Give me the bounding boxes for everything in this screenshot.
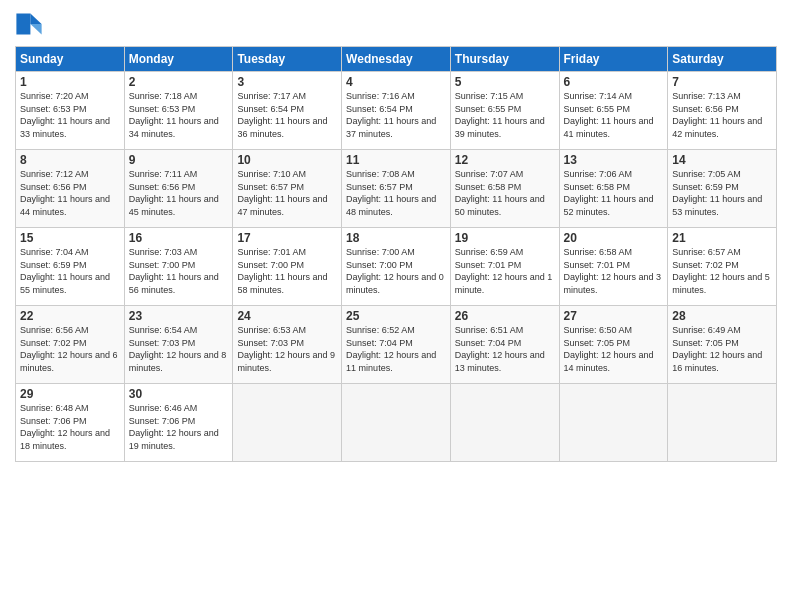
calendar-cell: 24 Sunrise: 6:53 AM Sunset: 7:03 PM Dayl… — [233, 306, 342, 384]
calendar-cell: 6 Sunrise: 7:14 AM Sunset: 6:55 PM Dayli… — [559, 72, 668, 150]
day-number: 3 — [237, 75, 337, 89]
calendar-cell: 11 Sunrise: 7:08 AM Sunset: 6:57 PM Dayl… — [342, 150, 451, 228]
calendar-cell: 9 Sunrise: 7:11 AM Sunset: 6:56 PM Dayli… — [124, 150, 233, 228]
calendar-cell: 5 Sunrise: 7:15 AM Sunset: 6:55 PM Dayli… — [450, 72, 559, 150]
day-info: Sunrise: 7:01 AM Sunset: 7:00 PM Dayligh… — [237, 246, 337, 296]
calendar-week-3: 15 Sunrise: 7:04 AM Sunset: 6:59 PM Dayl… — [16, 228, 777, 306]
day-number: 11 — [346, 153, 446, 167]
day-info: Sunrise: 7:11 AM Sunset: 6:56 PM Dayligh… — [129, 168, 229, 218]
day-info: Sunrise: 7:16 AM Sunset: 6:54 PM Dayligh… — [346, 90, 446, 140]
day-number: 25 — [346, 309, 446, 323]
day-number: 9 — [129, 153, 229, 167]
day-number: 2 — [129, 75, 229, 89]
weekday-header-thursday: Thursday — [450, 47, 559, 72]
calendar-cell: 13 Sunrise: 7:06 AM Sunset: 6:58 PM Dayl… — [559, 150, 668, 228]
calendar-cell: 3 Sunrise: 7:17 AM Sunset: 6:54 PM Dayli… — [233, 72, 342, 150]
logo-icon — [15, 10, 43, 38]
day-number: 27 — [564, 309, 664, 323]
calendar-cell: 8 Sunrise: 7:12 AM Sunset: 6:56 PM Dayli… — [16, 150, 125, 228]
svg-marker-1 — [30, 24, 41, 35]
day-number: 10 — [237, 153, 337, 167]
day-info: Sunrise: 7:08 AM Sunset: 6:57 PM Dayligh… — [346, 168, 446, 218]
day-number: 18 — [346, 231, 446, 245]
day-number: 7 — [672, 75, 772, 89]
day-info: Sunrise: 7:04 AM Sunset: 6:59 PM Dayligh… — [20, 246, 120, 296]
day-info: Sunrise: 6:52 AM Sunset: 7:04 PM Dayligh… — [346, 324, 446, 374]
day-number: 21 — [672, 231, 772, 245]
logo — [15, 10, 47, 38]
calendar-cell — [233, 384, 342, 462]
calendar-cell — [450, 384, 559, 462]
day-number: 29 — [20, 387, 120, 401]
day-info: Sunrise: 6:57 AM Sunset: 7:02 PM Dayligh… — [672, 246, 772, 296]
day-info: Sunrise: 6:59 AM Sunset: 7:01 PM Dayligh… — [455, 246, 555, 296]
calendar-cell: 7 Sunrise: 7:13 AM Sunset: 6:56 PM Dayli… — [668, 72, 777, 150]
day-number: 24 — [237, 309, 337, 323]
calendar-cell: 22 Sunrise: 6:56 AM Sunset: 7:02 PM Dayl… — [16, 306, 125, 384]
day-info: Sunrise: 6:48 AM Sunset: 7:06 PM Dayligh… — [20, 402, 120, 452]
calendar-cell: 29 Sunrise: 6:48 AM Sunset: 7:06 PM Dayl… — [16, 384, 125, 462]
calendar-cell: 28 Sunrise: 6:49 AM Sunset: 7:05 PM Dayl… — [668, 306, 777, 384]
day-info: Sunrise: 6:58 AM Sunset: 7:01 PM Dayligh… — [564, 246, 664, 296]
day-number: 14 — [672, 153, 772, 167]
day-number: 4 — [346, 75, 446, 89]
day-number: 8 — [20, 153, 120, 167]
day-info: Sunrise: 6:49 AM Sunset: 7:05 PM Dayligh… — [672, 324, 772, 374]
calendar-cell: 27 Sunrise: 6:50 AM Sunset: 7:05 PM Dayl… — [559, 306, 668, 384]
day-number: 12 — [455, 153, 555, 167]
day-number: 23 — [129, 309, 229, 323]
calendar-table: SundayMondayTuesdayWednesdayThursdayFrid… — [15, 46, 777, 462]
calendar-cell: 18 Sunrise: 7:00 AM Sunset: 7:00 PM Dayl… — [342, 228, 451, 306]
calendar-week-2: 8 Sunrise: 7:12 AM Sunset: 6:56 PM Dayli… — [16, 150, 777, 228]
day-info: Sunrise: 7:06 AM Sunset: 6:58 PM Dayligh… — [564, 168, 664, 218]
day-number: 19 — [455, 231, 555, 245]
calendar-cell — [668, 384, 777, 462]
calendar-cell: 16 Sunrise: 7:03 AM Sunset: 7:00 PM Dayl… — [124, 228, 233, 306]
day-info: Sunrise: 7:18 AM Sunset: 6:53 PM Dayligh… — [129, 90, 229, 140]
calendar-cell: 10 Sunrise: 7:10 AM Sunset: 6:57 PM Dayl… — [233, 150, 342, 228]
day-number: 6 — [564, 75, 664, 89]
day-info: Sunrise: 6:54 AM Sunset: 7:03 PM Dayligh… — [129, 324, 229, 374]
calendar-cell: 2 Sunrise: 7:18 AM Sunset: 6:53 PM Dayli… — [124, 72, 233, 150]
calendar-cell — [342, 384, 451, 462]
day-info: Sunrise: 7:00 AM Sunset: 7:00 PM Dayligh… — [346, 246, 446, 296]
day-info: Sunrise: 7:07 AM Sunset: 6:58 PM Dayligh… — [455, 168, 555, 218]
day-number: 17 — [237, 231, 337, 245]
day-number: 15 — [20, 231, 120, 245]
day-number: 28 — [672, 309, 772, 323]
weekday-header-row: SundayMondayTuesdayWednesdayThursdayFrid… — [16, 47, 777, 72]
calendar-cell — [559, 384, 668, 462]
calendar-week-4: 22 Sunrise: 6:56 AM Sunset: 7:02 PM Dayl… — [16, 306, 777, 384]
day-number: 5 — [455, 75, 555, 89]
day-number: 26 — [455, 309, 555, 323]
calendar-cell: 26 Sunrise: 6:51 AM Sunset: 7:04 PM Dayl… — [450, 306, 559, 384]
calendar-cell: 23 Sunrise: 6:54 AM Sunset: 7:03 PM Dayl… — [124, 306, 233, 384]
weekday-header-sunday: Sunday — [16, 47, 125, 72]
day-number: 1 — [20, 75, 120, 89]
day-info: Sunrise: 6:51 AM Sunset: 7:04 PM Dayligh… — [455, 324, 555, 374]
day-info: Sunrise: 6:53 AM Sunset: 7:03 PM Dayligh… — [237, 324, 337, 374]
day-info: Sunrise: 7:10 AM Sunset: 6:57 PM Dayligh… — [237, 168, 337, 218]
weekday-header-saturday: Saturday — [668, 47, 777, 72]
day-number: 16 — [129, 231, 229, 245]
day-info: Sunrise: 6:50 AM Sunset: 7:05 PM Dayligh… — [564, 324, 664, 374]
calendar-cell: 25 Sunrise: 6:52 AM Sunset: 7:04 PM Dayl… — [342, 306, 451, 384]
page: SundayMondayTuesdayWednesdayThursdayFrid… — [0, 0, 792, 612]
calendar-week-1: 1 Sunrise: 7:20 AM Sunset: 6:53 PM Dayli… — [16, 72, 777, 150]
weekday-header-monday: Monday — [124, 47, 233, 72]
calendar-cell: 19 Sunrise: 6:59 AM Sunset: 7:01 PM Dayl… — [450, 228, 559, 306]
day-info: Sunrise: 6:56 AM Sunset: 7:02 PM Dayligh… — [20, 324, 120, 374]
svg-marker-0 — [30, 14, 41, 25]
day-info: Sunrise: 7:14 AM Sunset: 6:55 PM Dayligh… — [564, 90, 664, 140]
calendar-cell: 1 Sunrise: 7:20 AM Sunset: 6:53 PM Dayli… — [16, 72, 125, 150]
day-info: Sunrise: 7:15 AM Sunset: 6:55 PM Dayligh… — [455, 90, 555, 140]
day-info: Sunrise: 7:13 AM Sunset: 6:56 PM Dayligh… — [672, 90, 772, 140]
day-number: 13 — [564, 153, 664, 167]
weekday-header-friday: Friday — [559, 47, 668, 72]
day-number: 22 — [20, 309, 120, 323]
day-number: 30 — [129, 387, 229, 401]
calendar-cell: 17 Sunrise: 7:01 AM Sunset: 7:00 PM Dayl… — [233, 228, 342, 306]
weekday-header-tuesday: Tuesday — [233, 47, 342, 72]
calendar-cell: 12 Sunrise: 7:07 AM Sunset: 6:58 PM Dayl… — [450, 150, 559, 228]
header — [15, 10, 777, 38]
